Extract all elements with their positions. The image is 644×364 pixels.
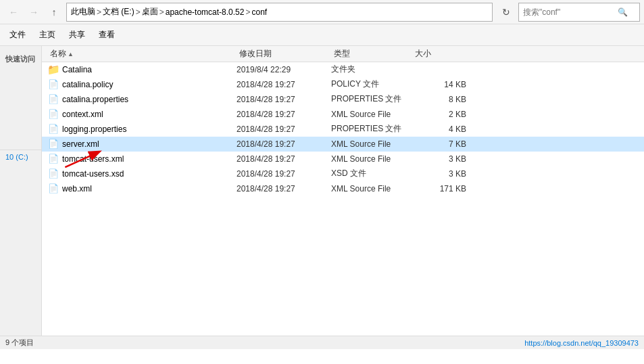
file-icon: 📄 [47,183,59,195]
file-type: XML Source File [331,110,412,119]
file-date: 2018/4/28 19:27 [237,95,331,104]
file-date: 2018/4/28 19:27 [237,169,331,179]
file-size: 14 KB [412,80,466,89]
up-button[interactable]: ↑ [45,3,64,22]
file-icon: 📄 [47,78,59,91]
file-name: server.xml [62,139,237,149]
file-name: context.xml [62,110,237,119]
back-button[interactable]: ← [4,3,23,22]
drive-c-link[interactable]: 10 (C:) [0,152,41,162]
file-icon: 📄 [47,108,59,120]
file-icon: 📄 [47,153,59,165]
table-row[interactable]: 📄 tomcat-users.xml 2018/4/28 19:27 XML S… [42,152,644,166]
view-menu-button[interactable]: 查看 [93,27,120,43]
file-icon: 📄 [47,168,59,180]
table-row[interactable]: 📄 web.xml 2018/4/28 19:27 XML Source Fil… [42,181,644,196]
file-date: 2018/4/28 19:27 [237,110,331,119]
column-headers: 名称 ▲ 修改日期 类型 大小 [42,46,644,62]
path-segment-computer: 此电脑 [71,6,95,18]
quick-access-section: 快速访问 10 (C:) [0,49,41,165]
sidebar-divider [0,150,41,150]
col-header-name[interactable]: 名称 ▲ [47,48,237,60]
address-bar: ← → ↑ 此电脑 > 文档 (E:) > 桌面 > apache-tomcat… [0,0,644,24]
search-input[interactable] [523,7,618,17]
col-header-date[interactable]: 修改日期 [237,48,331,60]
search-box[interactable]: 🔍 [518,3,640,22]
quick-access-header: 快速访问 [0,51,41,67]
status-bar: 9 个项目 https://blog.csdn.net/qq_19309473 [0,336,644,349]
file-type: 文件夹 [331,64,412,75]
file-type: XML Source File [331,139,412,149]
file-name: catalina.policy [62,80,237,89]
file-size: 7 KB [412,139,466,149]
file-size: 8 KB [412,95,466,104]
file-icon: 📄 [47,138,59,150]
file-name: tomcat-users.xml [62,154,237,164]
file-date: 2018/4/28 19:27 [237,154,331,164]
path-bar[interactable]: 此电脑 > 文档 (E:) > 桌面 > apache-tomcat-8.0.5… [66,3,493,22]
file-date: 2018/4/28 19:27 [237,80,331,89]
path-segment-tomcat: apache-tomcat-8.0.52 [166,7,245,17]
file-size: 4 KB [412,124,466,134]
path-segment-desktop: 桌面 [142,6,158,18]
items-count: 9 个项目 [5,338,34,348]
table-row[interactable]: 📄 server.xml 2018/4/28 19:27 XML Source … [42,137,644,152]
folder-icon: 📁 [47,64,59,76]
window-container: ← → ↑ 此电脑 > 文档 (E:) > 桌面 > apache-tomcat… [0,0,644,364]
path-segment-conf: conf [251,7,267,17]
share-menu-button[interactable]: 共享 [64,27,91,43]
file-type: XSD 文件 [331,168,412,179]
file-name: Catalina [62,65,237,74]
table-row[interactable]: 📄 tomcat-users.xsd 2018/4/28 19:27 XSD 文… [42,166,644,181]
file-type: XML Source File [331,184,412,194]
file-menu-button[interactable]: 文件 [4,27,31,43]
file-date: 2018/4/28 19:27 [237,139,331,149]
url-label: https://blog.csdn.net/qq_19309473 [524,339,639,347]
table-row[interactable]: 📁 Catalina 2019/8/4 22:29 文件夹 [42,62,644,77]
file-size: 3 KB [412,154,466,164]
file-date: 2019/8/4 22:29 [237,65,331,74]
toolbar: 文件 主页 共享 查看 [0,24,644,46]
file-icon: 📄 [47,93,59,106]
file-type: PROPERTIES 文件 [331,123,412,135]
forward-button[interactable]: → [24,3,43,22]
table-row[interactable]: 📄 logging.properties 2018/4/28 19:27 PRO… [42,122,644,137]
file-name: catalina.properties [62,95,237,104]
main-area: 快速访问 10 (C:) 名称 ▲ 修改日期 [0,46,644,336]
sidebar: 快速访问 10 (C:) [0,46,42,336]
col-header-size[interactable]: 大小 [412,48,466,60]
table-row[interactable]: 📄 context.xml 2018/4/28 19:27 XML Source… [42,107,644,122]
search-icon: 🔍 [618,7,628,17]
sort-arrow-icon: ▲ [68,51,74,58]
home-menu-button[interactable]: 主页 [34,27,61,43]
file-date: 2018/4/28 19:27 [237,184,331,194]
file-icon: 📄 [47,123,59,135]
file-type: PROPERTIES 文件 [331,93,412,105]
content-wrapper: 快速访问 10 (C:) 名称 ▲ 修改日期 [0,46,644,349]
path-segment-docs: 文档 (E:) [103,6,134,18]
col-header-type[interactable]: 类型 [331,48,412,60]
refresh-button[interactable]: ↻ [497,3,516,22]
file-size: 171 KB [412,184,466,194]
nav-buttons: ← → ↑ [4,3,64,22]
file-name: web.xml [62,184,237,194]
file-size: 3 KB [412,169,466,179]
table-row[interactable]: 📄 catalina.policy 2018/4/28 19:27 POLICY… [42,77,644,92]
table-row[interactable]: 📄 catalina.properties 2018/4/28 19:27 PR… [42,92,644,107]
file-date: 2018/4/28 19:27 [237,124,331,134]
file-area: 名称 ▲ 修改日期 类型 大小 📁 Catalina 2019/8/ [42,46,644,336]
file-name: tomcat-users.xsd [62,169,237,179]
file-name: logging.properties [62,124,237,134]
file-list: 📁 Catalina 2019/8/4 22:29 文件夹 📄 catalina… [42,62,644,196]
file-type: XML Source File [331,154,412,164]
file-size: 2 KB [412,110,466,119]
file-type: POLICY 文件 [331,78,412,90]
